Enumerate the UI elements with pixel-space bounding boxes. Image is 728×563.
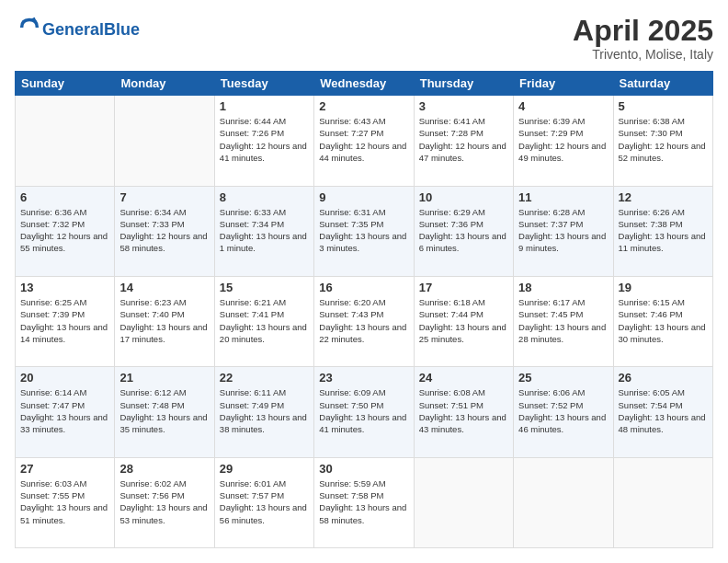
calendar-cell-w3-d1: 13Sunrise: 6:25 AMSunset: 7:39 PMDayligh… <box>16 276 115 366</box>
col-tuesday: Tuesday <box>214 72 313 96</box>
day-number: 2 <box>319 99 408 113</box>
day-detail: Sunrise: 6:44 AMSunset: 7:26 PMDaylight:… <box>220 115 309 164</box>
calendar-cell-w2-d7: 12Sunrise: 6:26 AMSunset: 7:38 PMDayligh… <box>613 186 712 276</box>
day-detail: Sunrise: 6:21 AMSunset: 7:41 PMDaylight:… <box>220 296 309 345</box>
logo-blue: Blue <box>104 20 140 39</box>
day-detail: Sunrise: 6:15 AMSunset: 7:46 PMDaylight:… <box>619 296 708 345</box>
day-detail: Sunrise: 6:01 AMSunset: 7:57 PMDaylight:… <box>220 477 309 526</box>
day-detail: Sunrise: 6:28 AMSunset: 7:37 PMDaylight:… <box>518 206 608 255</box>
logo-text: GeneralBlue <box>42 21 140 38</box>
day-detail: Sunrise: 6:39 AMSunset: 7:29 PMDaylight:… <box>518 115 608 164</box>
calendar-week-3: 13Sunrise: 6:25 AMSunset: 7:39 PMDayligh… <box>16 276 713 366</box>
day-detail: Sunrise: 6:08 AMSunset: 7:51 PMDaylight:… <box>419 386 508 435</box>
day-detail: Sunrise: 6:20 AMSunset: 7:43 PMDaylight:… <box>319 296 408 345</box>
day-number: 6 <box>20 190 109 204</box>
logo: GeneralBlue <box>15 15 140 44</box>
calendar-week-4: 20Sunrise: 6:14 AMSunset: 7:47 PMDayligh… <box>16 367 713 457</box>
day-detail: Sunrise: 6:38 AMSunset: 7:30 PMDaylight:… <box>619 115 708 164</box>
calendar-week-5: 27Sunrise: 6:03 AMSunset: 7:55 PMDayligh… <box>16 457 713 547</box>
day-detail: Sunrise: 6:43 AMSunset: 7:27 PMDaylight:… <box>319 115 408 164</box>
day-number: 18 <box>518 281 608 294</box>
day-number: 13 <box>20 281 109 294</box>
col-saturday: Saturday <box>613 72 712 96</box>
day-number: 12 <box>619 190 708 204</box>
day-number: 8 <box>220 190 309 204</box>
day-detail: Sunrise: 6:02 AMSunset: 7:56 PMDaylight:… <box>119 477 209 526</box>
day-number: 1 <box>220 99 309 113</box>
day-number: 25 <box>518 371 608 385</box>
day-number: 7 <box>119 190 209 204</box>
calendar-cell-w3-d7: 19Sunrise: 6:15 AMSunset: 7:46 PMDayligh… <box>613 276 712 366</box>
day-detail: Sunrise: 6:41 AMSunset: 7:28 PMDaylight:… <box>419 115 508 164</box>
calendar-cell-w5-d3: 29Sunrise: 6:01 AMSunset: 7:57 PMDayligh… <box>214 457 313 547</box>
day-number: 26 <box>619 371 708 385</box>
day-number: 15 <box>220 281 309 294</box>
day-detail: Sunrise: 6:31 AMSunset: 7:35 PMDaylight:… <box>319 206 408 255</box>
day-detail: Sunrise: 6:03 AMSunset: 7:55 PMDaylight:… <box>20 477 109 526</box>
day-number: 5 <box>619 99 708 113</box>
day-number: 29 <box>220 462 309 476</box>
calendar-cell-w4-d1: 20Sunrise: 6:14 AMSunset: 7:47 PMDayligh… <box>16 367 115 457</box>
day-number: 24 <box>419 371 508 385</box>
calendar-cell-w1-d7: 5Sunrise: 6:38 AMSunset: 7:30 PMDaylight… <box>613 96 712 186</box>
day-detail: Sunrise: 5:59 AMSunset: 7:58 PMDaylight:… <box>319 477 408 526</box>
calendar-cell-w5-d4: 30Sunrise: 5:59 AMSunset: 7:58 PMDayligh… <box>314 457 414 547</box>
day-number: 19 <box>619 281 708 294</box>
calendar-week-1: 1Sunrise: 6:44 AMSunset: 7:26 PMDaylight… <box>16 96 713 186</box>
day-number: 9 <box>319 190 408 204</box>
calendar-cell-w1-d2 <box>115 96 214 186</box>
day-number: 11 <box>518 190 608 204</box>
calendar-cell-w2-d4: 9Sunrise: 6:31 AMSunset: 7:35 PMDaylight… <box>314 186 414 276</box>
day-detail: Sunrise: 6:12 AMSunset: 7:48 PMDaylight:… <box>119 386 209 435</box>
day-detail: Sunrise: 6:36 AMSunset: 7:32 PMDaylight:… <box>20 206 109 255</box>
calendar-header-row: Sunday Monday Tuesday Wednesday Thursday… <box>16 72 713 96</box>
day-number: 10 <box>419 190 508 204</box>
day-number: 21 <box>119 371 209 385</box>
day-detail: Sunrise: 6:05 AMSunset: 7:54 PMDaylight:… <box>619 386 708 435</box>
calendar-cell-w1-d5: 3Sunrise: 6:41 AMSunset: 7:28 PMDaylight… <box>414 96 513 186</box>
page: GeneralBlue April 2025 Trivento, Molise,… <box>0 0 728 563</box>
calendar-cell-w4-d6: 25Sunrise: 6:06 AMSunset: 7:52 PMDayligh… <box>514 367 613 457</box>
day-detail: Sunrise: 6:09 AMSunset: 7:50 PMDaylight:… <box>319 386 408 435</box>
col-thursday: Thursday <box>414 72 513 96</box>
calendar-cell-w3-d5: 17Sunrise: 6:18 AMSunset: 7:44 PMDayligh… <box>414 276 513 366</box>
calendar-week-2: 6Sunrise: 6:36 AMSunset: 7:32 PMDaylight… <box>16 186 713 276</box>
calendar-cell-w1-d1 <box>16 96 115 186</box>
calendar-cell-w2-d1: 6Sunrise: 6:36 AMSunset: 7:32 PMDaylight… <box>16 186 115 276</box>
calendar-cell-w1-d3: 1Sunrise: 6:44 AMSunset: 7:26 PMDaylight… <box>214 96 313 186</box>
calendar-cell-w4-d7: 26Sunrise: 6:05 AMSunset: 7:54 PMDayligh… <box>613 367 712 457</box>
day-number: 16 <box>319 281 408 294</box>
col-wednesday: Wednesday <box>314 72 414 96</box>
day-detail: Sunrise: 6:26 AMSunset: 7:38 PMDaylight:… <box>619 206 708 255</box>
day-detail: Sunrise: 6:33 AMSunset: 7:34 PMDaylight:… <box>220 206 309 255</box>
calendar-subtitle: Trivento, Molise, Italy <box>573 47 713 62</box>
day-detail: Sunrise: 6:23 AMSunset: 7:40 PMDaylight:… <box>119 296 209 345</box>
calendar-table: Sunday Monday Tuesday Wednesday Thursday… <box>15 71 713 548</box>
day-detail: Sunrise: 6:06 AMSunset: 7:52 PMDaylight:… <box>518 386 608 435</box>
header: GeneralBlue April 2025 Trivento, Molise,… <box>15 15 713 62</box>
day-detail: Sunrise: 6:17 AMSunset: 7:45 PMDaylight:… <box>518 296 608 345</box>
day-number: 14 <box>119 281 209 294</box>
calendar-cell-w4-d3: 22Sunrise: 6:11 AMSunset: 7:49 PMDayligh… <box>214 367 313 457</box>
calendar-cell-w3-d4: 16Sunrise: 6:20 AMSunset: 7:43 PMDayligh… <box>314 276 414 366</box>
col-sunday: Sunday <box>16 72 115 96</box>
calendar-cell-w2-d2: 7Sunrise: 6:34 AMSunset: 7:33 PMDaylight… <box>115 186 214 276</box>
day-number: 3 <box>419 99 508 113</box>
calendar-cell-w5-d5 <box>414 457 513 547</box>
day-number: 23 <box>319 371 408 385</box>
day-detail: Sunrise: 6:14 AMSunset: 7:47 PMDaylight:… <box>20 386 109 435</box>
col-monday: Monday <box>115 72 214 96</box>
day-number: 4 <box>518 99 608 113</box>
col-friday: Friday <box>514 72 613 96</box>
title-block: April 2025 Trivento, Molise, Italy <box>573 15 713 62</box>
day-detail: Sunrise: 6:11 AMSunset: 7:49 PMDaylight:… <box>220 386 309 435</box>
day-number: 30 <box>319 462 408 476</box>
calendar-cell-w1-d6: 4Sunrise: 6:39 AMSunset: 7:29 PMDaylight… <box>514 96 613 186</box>
calendar-cell-w5-d6 <box>514 457 613 547</box>
calendar-cell-w2-d5: 10Sunrise: 6:29 AMSunset: 7:36 PMDayligh… <box>414 186 513 276</box>
calendar-cell-w4-d5: 24Sunrise: 6:08 AMSunset: 7:51 PMDayligh… <box>414 367 513 457</box>
logo-icon <box>17 15 42 40</box>
calendar-cell-w5-d2: 28Sunrise: 6:02 AMSunset: 7:56 PMDayligh… <box>115 457 214 547</box>
day-detail: Sunrise: 6:34 AMSunset: 7:33 PMDaylight:… <box>119 206 209 255</box>
day-number: 17 <box>419 281 508 294</box>
